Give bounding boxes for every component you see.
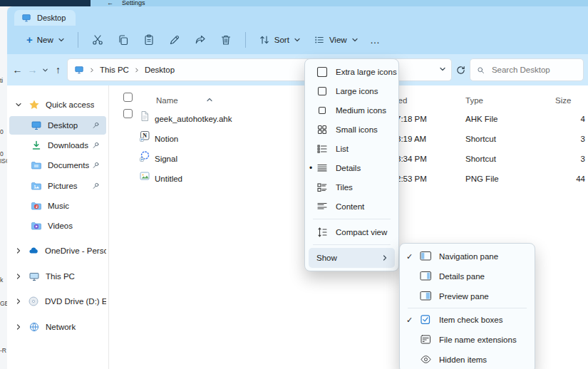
copy-button[interactable] (110, 28, 136, 51)
background-text-fragment: -R (0, 347, 6, 354)
submenu-item-file-name-extensions[interactable]: File name extensions (400, 330, 535, 350)
up-arrow-icon: ↑ (56, 64, 61, 76)
item-checkbox[interactable] (123, 109, 133, 118)
signal-shortcut-icon (139, 149, 150, 160)
file-type: PNG File (465, 169, 499, 189)
new-button[interactable]: + New (20, 31, 71, 49)
file-type: Shortcut (465, 129, 496, 149)
selected-bullet: • (309, 163, 312, 173)
view-icon (314, 34, 325, 46)
menu-item-small-icons[interactable]: Small icons (305, 120, 398, 139)
menu-item-details[interactable]: • Details (305, 158, 398, 177)
paste-icon (143, 33, 155, 46)
sidebar-item-network[interactable]: Network (9, 318, 106, 336)
file-name: Signal (155, 149, 177, 169)
paste-button[interactable] (136, 28, 162, 51)
sidebar-label: Documents (48, 161, 89, 170)
cut-button[interactable] (85, 28, 110, 51)
view-dropdown-menu: Extra large icons Large icons Medium ico… (304, 58, 399, 271)
sidebar-label: Network (46, 323, 76, 331)
up-button[interactable]: ↑ (52, 60, 64, 80)
search-icon (477, 66, 485, 75)
menu-item-content[interactable]: Content (305, 197, 398, 216)
menu-item-show[interactable]: Show (309, 248, 395, 268)
toolbar-separator (78, 32, 78, 48)
menu-item-medium-icons[interactable]: Medium icons (305, 100, 398, 120)
submenu-item-hidden-items[interactable]: Hidden items (400, 350, 535, 369)
downloads-icon (31, 140, 42, 151)
background-window-strip: ← Settings (0, 0, 588, 6)
sidebar-item-pictures[interactable]: Pictures (9, 177, 106, 195)
settings-tab-label: Settings (122, 0, 145, 6)
menu-item-compact-view[interactable]: Compact view (305, 222, 398, 241)
select-all-checkbox[interactable] (123, 93, 133, 102)
sidebar-label: Quick access (46, 100, 94, 109)
sidebar-quick-access[interactable]: Quick access (9, 95, 106, 114)
submenu-item-navigation-pane[interactable]: ✓ Navigation pane (400, 246, 535, 266)
tiles-view-icon (316, 182, 328, 193)
menu-item-tiles[interactable]: Tiles (305, 177, 398, 197)
rename-button[interactable] (162, 28, 187, 51)
chevron-down-icon (294, 36, 301, 43)
view-button[interactable]: View (307, 30, 365, 50)
back-arrow-icon: ← (13, 64, 23, 76)
command-toolbar: + New (7, 26, 588, 54)
file-date-modified: 2:53 PM (396, 169, 427, 189)
sidebar-item-desktop[interactable]: Desktop (9, 116, 106, 135)
search-box[interactable] (470, 58, 584, 81)
refresh-button[interactable] (455, 60, 467, 80)
column-header-size[interactable]: Size (555, 93, 571, 108)
background-settings-tab[interactable]: ← Settings (107, 0, 145, 6)
sidebar-label: Music (48, 202, 69, 210)
chevron-down-icon (439, 66, 446, 73)
column-header-type[interactable]: Type (465, 93, 483, 108)
copy-icon (117, 33, 130, 46)
submenu-item-details-pane[interactable]: Details pane (400, 266, 535, 286)
sidebar-item-dvd-drive[interactable]: DVD Drive (D:) ESD- (9, 292, 106, 311)
file-date-modified: 7:18 PM (396, 109, 427, 129)
menu-item-large-icons[interactable]: Large icons (305, 81, 398, 100)
sidebar-item-music[interactable]: Music (9, 197, 106, 215)
recent-locations-button[interactable] (41, 60, 49, 80)
submenu-item-label: Preview pane (439, 292, 489, 301)
sidebar-item-downloads[interactable]: Downloads (9, 136, 106, 155)
delete-button[interactable] (213, 28, 239, 51)
more-options-button[interactable]: … (365, 28, 386, 51)
breadcrumb-desktop[interactable]: Desktop (145, 66, 175, 74)
sort-button[interactable]: Sort (252, 30, 307, 50)
chevron-right-icon (15, 323, 23, 331)
breadcrumb-this-pc[interactable]: This PC (100, 66, 129, 74)
back-button[interactable]: ← (11, 60, 24, 80)
sidebar-item-documents[interactable]: Documents (9, 156, 106, 175)
this-pc-icon (29, 271, 40, 282)
background-text-fragment: 0 (0, 150, 4, 157)
background-dark-corner (0, 0, 91, 6)
sidebar-item-videos[interactable]: Videos (9, 217, 106, 235)
toolbar-separator (245, 32, 246, 48)
sidebar-item-onedrive[interactable]: OneDrive - Personal (9, 241, 106, 260)
submenu-item-label: Navigation pane (439, 252, 498, 261)
file-date-modified: 8:19 AM (396, 129, 426, 149)
refresh-icon (455, 65, 466, 76)
png-image-icon (139, 169, 150, 180)
forward-button[interactable]: → (26, 60, 38, 80)
rename-icon (168, 33, 181, 46)
file-size: 44 (576, 169, 585, 189)
share-button[interactable] (187, 28, 213, 51)
menu-separator (313, 244, 391, 245)
address-dropdown-button[interactable] (439, 66, 446, 74)
sidebar-item-this-pc[interactable]: This PC (9, 267, 106, 286)
details-view-icon (316, 162, 328, 174)
menu-item-label: Small icons (336, 125, 378, 134)
chevron-down-icon (15, 101, 23, 108)
background-text-fragment: GB (0, 300, 7, 307)
menu-item-extra-large-icons[interactable]: Extra large icons (305, 62, 398, 81)
menu-item-list[interactable]: List (305, 139, 398, 158)
search-input[interactable] (490, 65, 577, 75)
submenu-item-preview-pane[interactable]: Preview pane (400, 286, 535, 306)
chevron-right-icon (15, 298, 22, 305)
documents-icon (31, 160, 42, 171)
tab-desktop[interactable]: Desktop (14, 10, 76, 26)
column-header-name[interactable]: Name (156, 93, 178, 108)
submenu-item-item-check-boxes[interactable]: ✓ Item check boxes (400, 310, 535, 330)
